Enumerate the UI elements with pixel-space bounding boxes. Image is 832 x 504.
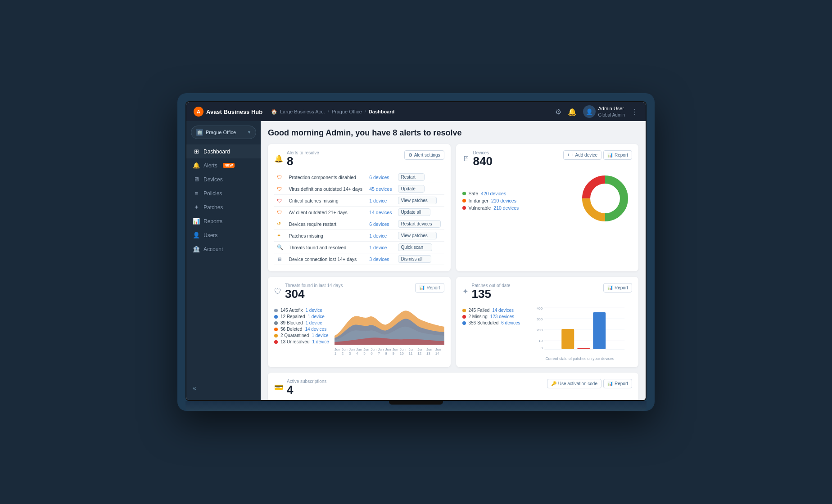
alert-action-select[interactable]: View patches: [398, 197, 437, 204]
table-row: 🖥 Device connection lost 14+ days 3 devi…: [274, 253, 444, 265]
alert-action-select[interactable]: Quick scan: [398, 243, 432, 251]
legend-row: 2 Quarantined 1 device: [274, 333, 329, 338]
report-icon: 📊: [607, 153, 613, 158]
breadcrumb-sep1: /: [328, 109, 329, 114]
alert-text: Threats found and resolved: [286, 242, 366, 253]
activation-code-button[interactable]: 🔑 Use activation code: [547, 379, 601, 388]
sidebar-item-reports[interactable]: 📊 Reports: [186, 214, 261, 228]
notifications-icon[interactable]: 🔔: [568, 108, 577, 116]
patches-bar-chart: 400 300 200 10 0: [527, 304, 632, 361]
sidebar-item-devices[interactable]: 🖥 Devices: [186, 172, 261, 186]
legend-link[interactable]: 1 device: [312, 339, 329, 344]
patches-icon: ✦: [193, 204, 200, 211]
svg-text:400: 400: [537, 306, 543, 310]
collapse-sidebar-button[interactable]: «: [193, 384, 196, 392]
alert-icon: ✦: [277, 233, 281, 238]
alerts-badge: NEW: [223, 163, 235, 168]
alert-settings-button[interactable]: ⚙ Alert settings: [404, 150, 444, 160]
alert-icon: 🛡: [277, 210, 282, 215]
sidebar-item-policies[interactable]: ≡ Policies: [186, 186, 261, 200]
sidebar-item-patches[interactable]: ✦ Patches: [186, 200, 261, 214]
office-selector[interactable]: 🏢 Prague Office ▼: [191, 126, 256, 139]
alert-text: Critical patches missing: [286, 195, 366, 207]
devices-danger-link[interactable]: 210 devices: [491, 198, 516, 203]
alert-count[interactable]: 3 devices: [366, 253, 395, 265]
alert-count[interactable]: 6 devices: [366, 171, 395, 183]
svg-text:10: 10: [539, 339, 543, 343]
patches-report-button[interactable]: 📊 Report: [603, 283, 632, 292]
alert-count[interactable]: 6 devices: [366, 218, 395, 230]
alert-count[interactable]: 1 device: [366, 230, 395, 242]
dashboard-icon: ⊞: [193, 148, 200, 155]
table-row: 🛡 AV client outdated 21+ days 14 devices…: [274, 207, 444, 218]
legend-link[interactable]: 1 device: [307, 314, 324, 319]
patches-scheduled-link[interactable]: 6 devices: [501, 320, 520, 325]
settings-small-icon: ⚙: [408, 153, 412, 158]
alerts-icon: 🔔: [193, 162, 200, 169]
patches-failed-link[interactable]: 14 devices: [492, 308, 514, 313]
legend-link[interactable]: 1 device: [305, 308, 322, 313]
avatar: 👤: [583, 105, 596, 118]
alert-count[interactable]: 1 device: [366, 242, 395, 253]
users-icon: 👤: [193, 232, 200, 238]
alerts-table: 🛡 Protection components disabled 6 devic…: [274, 171, 444, 265]
alert-action-select[interactable]: Restart: [398, 173, 425, 181]
alert-action-select[interactable]: View patches: [398, 232, 437, 239]
subscriptions-report-button[interactable]: 📊 Report: [603, 379, 632, 388]
patches-legend: 245 Failed 14 devices 2 Missing 123 devi…: [462, 308, 520, 325]
alert-icon: 🖥: [277, 256, 282, 262]
sidebar-item-users[interactable]: 👤 Users: [186, 228, 261, 242]
table-row: ↺ Devices require restart 6 devices Rest…: [274, 218, 444, 230]
dot-danger: [462, 199, 466, 202]
legend-link[interactable]: 1 device: [312, 333, 328, 338]
main-content: Good morning Admin, you have 8 alerts to…: [261, 121, 646, 400]
alert-action-select[interactable]: Restart devices: [398, 220, 441, 228]
alert-count[interactable]: 14 devices: [366, 207, 395, 218]
svg-rect-16: [593, 312, 606, 349]
breadcrumb-office[interactable]: Prague Office: [332, 109, 362, 114]
subscriptions-card-icon: 💳: [274, 383, 283, 392]
devices-card-count: 840: [473, 155, 493, 167]
threats-report-button[interactable]: 📊 Report: [415, 283, 444, 292]
alert-count[interactable]: 45 devices: [366, 183, 395, 195]
legend-link[interactable]: 14 devices: [305, 327, 326, 332]
avast-icon: A: [194, 107, 203, 117]
patches-card-icon: ✦: [462, 287, 468, 296]
sidebar-item-label: Users: [203, 232, 217, 238]
devices-report-button[interactable]: 📊 Report: [603, 150, 632, 160]
table-row: 🛡 Critical patches missing 1 device View…: [274, 195, 444, 207]
sidebar-item-label: Patches: [203, 204, 223, 211]
devices-vulnerable-link[interactable]: 210 devices: [493, 205, 519, 211]
sidebar-item-account[interactable]: 🏦 Account: [186, 242, 261, 256]
patches-missing-link[interactable]: 123 devices: [490, 314, 514, 319]
alert-icon: 🛡: [277, 186, 282, 192]
threats-card: 🛡 Threats found in last 14 days 304 📊 Re…: [268, 277, 451, 367]
account-icon: 🏦: [193, 246, 200, 252]
devices-safe-link[interactable]: 420 devices: [481, 191, 506, 196]
breadcrumb-account[interactable]: Large Business Acc.: [280, 109, 325, 114]
add-device-button[interactable]: + + Add device: [563, 150, 601, 160]
table-row: 🛡 Protection components disabled 6 devic…: [274, 171, 444, 183]
chart-note: Current state of patches on your devices: [527, 356, 632, 361]
breadcrumb: 🏠 Large Business Acc. / Prague Office / …: [271, 109, 550, 115]
table-row: 🔍 Threats found and resolved 1 device Qu…: [274, 242, 444, 253]
alert-count[interactable]: 1 device: [366, 195, 395, 207]
report-icon-sm: 📊: [607, 285, 613, 290]
alert-icon: 🔍: [277, 244, 283, 250]
sidebar-item-label: Devices: [203, 176, 223, 183]
alert-action-select[interactable]: Update: [398, 185, 425, 193]
legend-row: 89 Blocked 1 device: [274, 320, 329, 325]
alert-icon: ↺: [277, 221, 281, 226]
alert-text: Virus definitions outdated 14+ days: [286, 183, 366, 195]
alert-action-select[interactable]: Update all: [398, 208, 430, 216]
breadcrumb-sep2: /: [365, 109, 366, 114]
settings-icon[interactable]: ⚙: [555, 108, 561, 116]
sidebar-item-dashboard[interactable]: ⊞ Dashboard: [186, 144, 261, 158]
table-row: ✦ Patches missing 1 device View patches: [274, 230, 444, 242]
menu-icon[interactable]: ⋮: [631, 108, 638, 116]
sidebar: 🏢 Prague Office ▼ ⊞ Dashboard 🔔 Alerts N…: [186, 121, 261, 400]
sidebar-item-alerts[interactable]: 🔔 Alerts NEW: [186, 158, 261, 172]
alert-action-select[interactable]: Dismiss all: [398, 255, 431, 263]
topbar-right: ⚙ 🔔 👤 Admin User Global Admin ⋮: [555, 105, 638, 118]
legend-link[interactable]: 1 device: [305, 320, 322, 325]
